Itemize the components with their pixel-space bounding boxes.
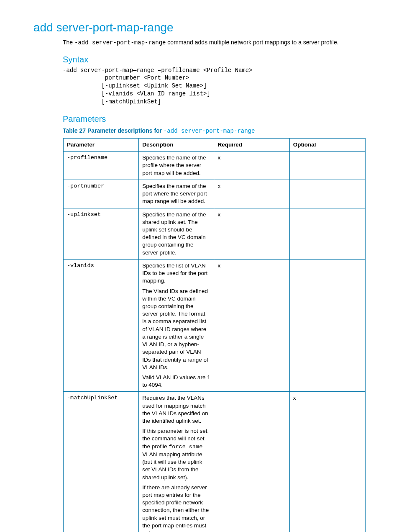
cell-required: x [214,152,289,180]
caption-label: Table 27 Parameter descriptions for [63,127,164,134]
cell-optional: x [289,392,365,532]
page-title: add server-port-map-range [33,21,366,34]
header-description: Description [139,138,214,152]
cell-parameter: -vlanids [63,259,139,392]
intro-code: -add server-port-map-range [74,39,166,46]
table-row: -profilename Specifies the name of the p… [63,152,365,180]
parameters-heading: Parameters [63,114,366,124]
cell-required: x [214,259,289,392]
caption-code: -add server-port-map-range [164,128,255,134]
intro-paragraph: The -add server-port-map-range command a… [63,39,366,47]
intro-post: command adds multiple network port mappi… [166,39,338,46]
syntax-block: -add server-port-map—range –profilename … [63,67,366,106]
table-row: -uplinkset Specifies the name of the sha… [63,208,365,259]
header-required: Required [214,138,289,152]
cell-required [214,392,289,532]
syntax-heading: Syntax [63,55,366,64]
cell-required: x [214,208,289,259]
intro-pre: The [63,39,74,46]
cell-required: x [214,180,289,208]
cell-description: Requires that the VLANs used for mapping… [139,392,214,532]
cell-description: Specifies the name of the shared uplink … [139,208,214,259]
header-parameter: Parameter [63,138,139,152]
cell-parameter: -matchUplinkSet [63,392,139,532]
cell-optional [289,180,365,208]
table-row: -matchUplinkSet Requires that the VLANs … [63,392,365,532]
cell-parameter: -profilename [63,152,139,180]
cell-parameter: -portnumber [63,180,139,208]
cell-parameter: -uplinkset [63,208,139,259]
cell-description: Specifies the name of the port where the… [139,180,214,208]
cell-optional [289,152,365,180]
table-header-row: Parameter Description Required Optional [63,138,365,152]
table-row: -vlanids Specifies the list of VLAN IDs … [63,259,365,392]
cell-optional [289,259,365,392]
header-optional: Optional [289,138,365,152]
cell-optional [289,208,365,259]
table-row: -portnumber Specifies the name of the po… [63,180,365,208]
table-caption: Table 27 Parameter descriptions for -add… [63,127,366,134]
cell-description: Specifies the list of VLAN IDs to be use… [139,259,214,392]
cell-description: Specifies the name of the profile where … [139,152,214,180]
parameters-table: Parameter Description Required Optional … [63,138,366,532]
